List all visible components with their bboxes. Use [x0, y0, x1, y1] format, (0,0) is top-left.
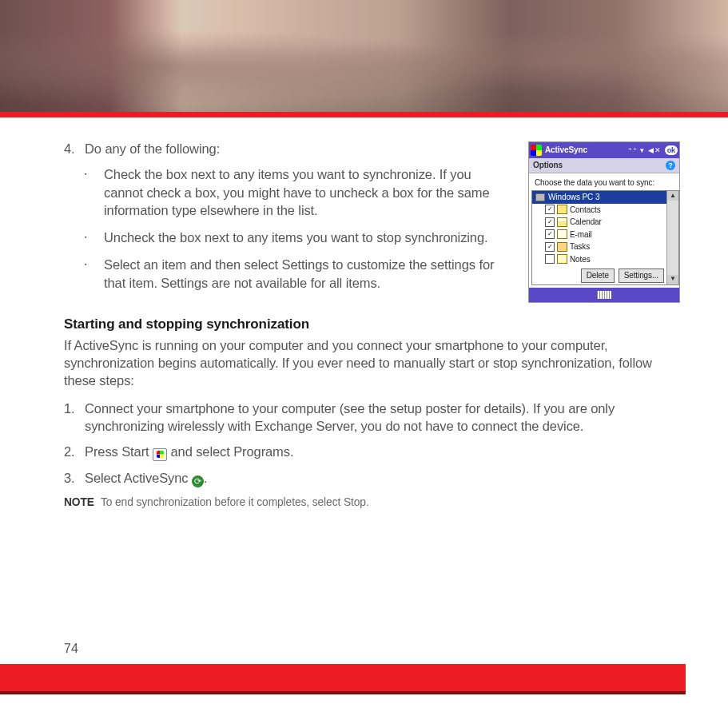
step-number: 2. — [64, 443, 85, 461]
pda-title: ActiveSync — [545, 145, 625, 156]
item-label: Notes — [570, 254, 591, 265]
calendar-icon — [557, 217, 567, 227]
tree-item-calendar[interactable]: Calendar — [532, 216, 666, 229]
step-text: Press Start and select Programs. — [85, 443, 680, 461]
step-number: 3. — [64, 469, 85, 487]
page-content: ActiveSync ⁺⁺ ▾ ◀✕ ok Options ? Choose t… — [0, 117, 728, 510]
section-heading: Starting and stopping synchronization — [64, 316, 680, 334]
checkbox-icon[interactable] — [545, 254, 555, 264]
numbered-steps: 1. Connect your smartphone to your compu… — [64, 400, 680, 487]
footer-red-bar — [0, 664, 686, 691]
step-number: 4. — [64, 140, 85, 301]
bullet-item: Uncheck the box next to any items you wa… — [85, 229, 514, 246]
keyboard-icon[interactable] — [597, 291, 611, 299]
activesync-screenshot: ActiveSync ⁺⁺ ▾ ◀✕ ok Options ? Choose t… — [528, 141, 680, 303]
header-photo — [0, 0, 728, 112]
pda-bottombar — [529, 288, 679, 302]
page-number: 74 — [64, 642, 78, 656]
checkbox-icon[interactable] — [545, 205, 555, 214]
step-2: 2. Press Start and select Programs. — [64, 443, 680, 461]
tree-item-notes[interactable]: Notes — [532, 253, 666, 266]
section-paragraph: If ActiveSync is running on your compute… — [64, 336, 680, 390]
windows-flag-icon — [531, 145, 542, 156]
step-3: 3. Select ActiveSync ⟳. — [64, 469, 680, 487]
bullet-item: Select an item and then select Settings … — [85, 256, 514, 292]
tree-item-contacts[interactable]: Contacts — [532, 204, 666, 217]
step-number: 1. — [64, 400, 85, 436]
root-label: Windows PC 3 — [548, 192, 599, 203]
delete-button[interactable]: Delete — [581, 268, 615, 283]
tree-item-email[interactable]: E-mail — [532, 229, 666, 241]
activesync-icon: ⟳ — [192, 475, 204, 487]
status-icons: ⁺⁺ ▾ ◀✕ — [628, 145, 662, 155]
email-icon — [557, 229, 567, 239]
windows-flag-icon — [157, 451, 164, 458]
item-label: Tasks — [570, 241, 590, 253]
ok-button[interactable]: ok — [665, 145, 678, 155]
item-label: Calendar — [570, 217, 602, 228]
scroll-down-icon[interactable]: ▼ — [667, 275, 678, 284]
step-1: 1. Connect your smartphone to your compu… — [64, 400, 680, 436]
item-label: Contacts — [570, 205, 601, 216]
step-text: Do any of the following: — [85, 141, 220, 156]
tree-root[interactable]: Windows PC 3 — [532, 191, 666, 204]
checkbox-icon[interactable] — [545, 229, 555, 239]
sync-tree: Windows PC 3 Contacts Calendar — [531, 190, 679, 285]
scroll-up-icon[interactable]: ▲ — [667, 191, 678, 201]
sync-instruction: Choose the data you want to sync: — [531, 176, 679, 191]
pda-subbar: Options ? — [529, 158, 679, 173]
bullet-item: Check the box next to any items you want… — [85, 165, 514, 219]
step-4: 4. Do any of the following: Check the bo… — [64, 140, 514, 301]
header-red-divider — [0, 112, 728, 117]
tasks-icon — [557, 242, 567, 252]
checkbox-icon[interactable] — [545, 242, 555, 252]
pda-body: Choose the data you want to sync: Window… — [529, 173, 679, 288]
start-icon — [153, 448, 167, 461]
note-text: To end synchronization before it complet… — [101, 496, 369, 508]
options-label: Options — [533, 160, 563, 171]
item-label: E-mail — [570, 229, 592, 241]
footer-dark-bar — [0, 691, 686, 694]
note-label: NOTE — [64, 496, 94, 508]
notes-icon — [557, 254, 567, 264]
help-icon[interactable]: ? — [666, 161, 675, 170]
bullet-list: Check the box next to any items you want… — [85, 165, 514, 292]
step-text: Connect your smartphone to your computer… — [85, 400, 680, 436]
scrollbar[interactable]: ▲ ▼ — [666, 191, 678, 284]
checkbox-icon[interactable] — [545, 217, 555, 227]
pda-titlebar: ActiveSync ⁺⁺ ▾ ◀✕ ok — [529, 142, 679, 158]
pc-icon — [535, 193, 545, 201]
tree-item-tasks[interactable]: Tasks — [532, 241, 666, 253]
note: NOTETo end synchronization before it com… — [64, 495, 680, 511]
settings-button[interactable]: Settings... — [619, 268, 664, 283]
step-text: Select ActiveSync ⟳. — [85, 469, 680, 487]
contacts-icon — [557, 205, 567, 214]
